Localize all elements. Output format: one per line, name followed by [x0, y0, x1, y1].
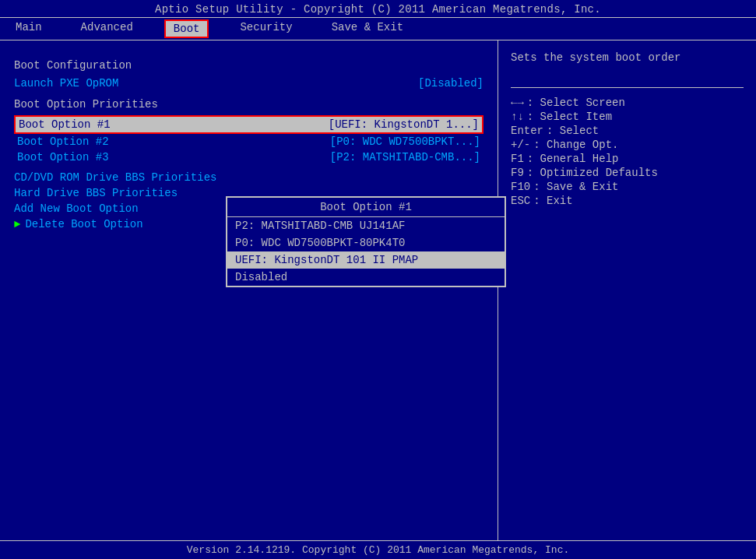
footer-text: Version 2.14.1219. Copyright (C) 2011 Am…: [187, 544, 569, 556]
key-f1: F1 : General Help: [511, 152, 744, 166]
desc-change-opt: : Change Opt.: [533, 139, 618, 151]
desc-f10: : Save & Exit: [533, 181, 618, 193]
boot-option-2-value: [P0: WDC WD7500BPKT...]: [330, 135, 480, 148]
cd-dvd-label: CD/DVD ROM Drive BBS Priorities: [14, 171, 216, 184]
arrow-icon: ►: [14, 218, 20, 230]
menu-bar: Main Advanced Boot Security Save & Exit: [0, 17, 756, 40]
menu-security[interactable]: Security: [232, 19, 300, 38]
key-f10: F10 : Save & Exit: [511, 180, 744, 194]
boot-option-3-row[interactable]: Boot Option #3 [P2: MATSHITABD-CMB...]: [14, 149, 483, 165]
footer: Version 2.14.1219. Copyright (C) 2011 Am…: [0, 540, 756, 559]
key-f9-label: F9: [511, 167, 524, 179]
title-bar: Aptio Setup Utility - Copyright (C) 2011…: [0, 0, 756, 17]
desc-select-screen: : Select Screen: [527, 97, 625, 109]
desc-f1: : General Help: [527, 153, 619, 165]
key-select-item: ↑↓ : Select Item: [511, 110, 744, 124]
launch-pxe-value: [Disabled]: [418, 77, 483, 90]
cd-dvd-bbs-priorities[interactable]: CD/DVD ROM Drive BBS Priorities: [14, 170, 483, 185]
key-esc-label: ESC: [511, 195, 530, 207]
key-lr-arrow: ←→: [511, 97, 524, 109]
key-esc: ESC : Exit: [511, 194, 744, 208]
help-text: Sets the system boot order: [511, 51, 744, 64]
boot-option-3-label: Boot Option #3: [17, 151, 109, 163]
dropdown-item-0[interactable]: P2: MATSHITABD-CMB UJ141AF: [227, 217, 505, 234]
key-enter-label: Enter: [511, 125, 543, 137]
boot-option-1-row[interactable]: Boot Option #1 [UEFI: KingstonDT 1...]: [14, 115, 483, 134]
launch-pxe-row[interactable]: Launch PXE OpROM [Disabled]: [14, 76, 483, 90]
right-panel: Sets the system boot order ←→ : Select S…: [498, 40, 756, 540]
key-change-opt: +/- : Change Opt.: [511, 138, 744, 152]
hard-drive-label: Hard Drive BBS Priorities: [14, 187, 178, 199]
title-text: Aptio Setup Utility - Copyright (C) 2011…: [155, 3, 601, 16]
main-content: Boot Configuration Launch PXE OpROM [Dis…: [0, 40, 756, 540]
menu-boot[interactable]: Boot: [164, 19, 209, 38]
section2-title: Boot Option Priorities: [14, 98, 483, 111]
delete-boot-label: Delete Boot Option: [25, 218, 142, 230]
key-f1-label: F1: [511, 153, 524, 165]
boot-option-2-label: Boot Option #2: [17, 135, 109, 148]
dropdown-item-3[interactable]: Disabled: [227, 269, 505, 286]
dropdown-title: Boot Option #1: [227, 198, 505, 217]
boot-option-3-value: [P2: MATSHITABD-CMB...]: [330, 151, 480, 163]
add-new-boot-label: Add New Boot Option: [14, 202, 139, 215]
menu-save-exit[interactable]: Save & Exit: [324, 19, 411, 38]
section1-title: Boot Configuration: [14, 59, 483, 72]
key-f10-label: F10: [511, 181, 530, 193]
key-select-screen: ←→ : Select Screen: [511, 96, 744, 110]
key-f9: F9 : Optimized Defaults: [511, 166, 744, 180]
desc-enter: : Select: [547, 125, 599, 137]
dropdown-popup[interactable]: Boot Option #1 P2: MATSHITABD-CMB UJ141A…: [226, 196, 506, 287]
boot-option-1-value: [UEFI: KingstonDT 1...]: [329, 118, 479, 131]
dropdown-item-1[interactable]: P0: WDC WD7500BPKT-80PK4T0: [227, 234, 505, 251]
menu-main[interactable]: Main: [8, 19, 50, 38]
left-panel: Boot Configuration Launch PXE OpROM [Dis…: [0, 40, 498, 540]
desc-esc: : Exit: [533, 195, 572, 207]
key-plus-minus: +/-: [511, 139, 530, 151]
launch-pxe-label: Launch PXE OpROM: [14, 77, 118, 90]
boot-option-2-row[interactable]: Boot Option #2 [P0: WDC WD7500BPKT...]: [14, 134, 483, 149]
desc-select-item: : Select Item: [527, 111, 612, 123]
divider: [511, 87, 744, 88]
menu-advanced[interactable]: Advanced: [73, 19, 141, 38]
desc-f9: : Optimized Defaults: [527, 167, 658, 179]
dropdown-item-2[interactable]: UEFI: KingstonDT 101 II PMAP: [227, 251, 505, 269]
key-enter: Enter : Select: [511, 124, 744, 138]
boot-option-1-label: Boot Option #1: [19, 118, 111, 131]
key-ud-arrow: ↑↓: [511, 111, 524, 123]
